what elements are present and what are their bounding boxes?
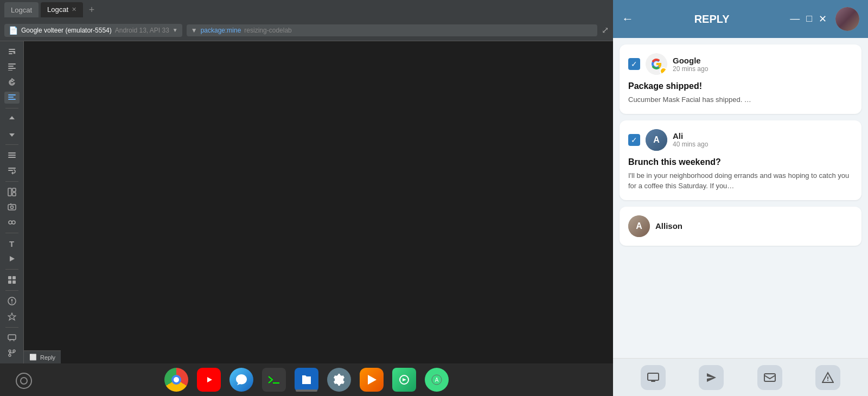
grid-button[interactable] — [4, 274, 20, 286]
svg-rect-4 — [8, 66, 14, 67]
svg-rect-13 — [8, 168, 16, 169]
svg-rect-1 — [9, 51, 15, 52]
ali-avatar: A — [646, 129, 667, 151]
format-button[interactable] — [4, 61, 20, 73]
svg-rect-16 — [12, 188, 16, 191]
svg-rect-2 — [9, 53, 12, 54]
taskbar-messages-icon[interactable] — [229, 368, 253, 392]
notification-list: ✓ — [613, 38, 868, 358]
svg-rect-8 — [8, 97, 14, 98]
toolbar: 📄 Google volteer (emulator-5554) Android… — [0, 20, 613, 41]
taskbar-youtube-icon[interactable] — [197, 368, 221, 392]
screenshot-button[interactable] — [4, 201, 20, 213]
checkbox-google[interactable]: ✓ — [628, 58, 640, 70]
filter-text: resizing-codelab — [244, 27, 291, 34]
close-panel-button[interactable]: ✕ — [819, 13, 827, 25]
notif-header-ali: ✓ A Ali 40 mins ago — [628, 129, 853, 151]
filter-area[interactable]: ▼ package:mine resizing-codelab — [187, 24, 597, 36]
t-button[interactable]: T — [4, 238, 20, 250]
taskbar-chrome-icon[interactable] — [164, 368, 188, 392]
svg-rect-25 — [8, 280, 11, 284]
tab-logcat-2[interactable]: Logcat ✕ — [41, 2, 83, 17]
device-api: Android 13, API 33 — [115, 27, 169, 34]
minimize-button[interactable]: — — [790, 13, 800, 25]
divider-1 — [5, 108, 18, 108]
clear-logs-button[interactable] — [4, 46, 20, 58]
action-mail-button[interactable] — [757, 365, 782, 390]
user-avatar — [835, 7, 859, 31]
branch-button[interactable] — [4, 347, 20, 359]
home-button-left[interactable] — [15, 372, 33, 392]
svg-rect-28 — [11, 299, 12, 302]
reload-button[interactable] — [4, 76, 20, 88]
google-sender-name: Google — [673, 56, 708, 65]
record-button[interactable] — [4, 216, 20, 228]
device-selector[interactable]: 📄 Google volteer (emulator-5554) Android… — [4, 24, 182, 37]
taskbar-settings-icon[interactable] — [327, 368, 351, 392]
log-level-button[interactable] — [4, 149, 20, 161]
dropdown-arrow-icon: ▼ — [173, 27, 178, 33]
taskbar-files-icon[interactable] — [295, 368, 318, 392]
plugin-button[interactable] — [4, 311, 20, 323]
allison-avatar: A — [628, 215, 650, 237]
chat-button[interactable] — [4, 332, 20, 344]
maximize-button[interactable]: □ — [806, 13, 812, 25]
run-button[interactable] — [4, 253, 20, 265]
svg-rect-20 — [10, 203, 11, 205]
action-alert-button[interactable] — [815, 365, 840, 390]
check-icon-google: ✓ — [631, 60, 637, 68]
panel-actions — [613, 358, 868, 396]
ali-notif-title: Brunch this weekend? — [628, 157, 853, 167]
home-indicator — [296, 389, 317, 392]
tab-logcat-1[interactable]: Logcat — [4, 2, 39, 17]
action-send-button[interactable] — [699, 365, 724, 390]
svg-point-21 — [9, 221, 12, 224]
svg-rect-23 — [8, 276, 11, 279]
scroll-down-button[interactable] — [4, 128, 20, 140]
divider-5 — [5, 269, 18, 270]
taskbar-androidstudio-icon[interactable] — [392, 368, 416, 392]
svg-marker-39 — [403, 378, 406, 381]
warning-button[interactable] — [4, 295, 20, 307]
notification-card-google[interactable]: ✓ — [620, 44, 861, 114]
google-time: 20 mins ago — [673, 65, 708, 73]
google-avatar — [646, 53, 667, 75]
svg-rect-17 — [12, 193, 16, 196]
ali-time: 40 mins ago — [673, 140, 708, 148]
notification-card-allison[interactable]: A Allison — [620, 207, 861, 246]
layout-button[interactable] — [4, 186, 20, 197]
svg-point-48 — [827, 380, 828, 381]
divider-6 — [5, 290, 18, 291]
scroll-up-button[interactable] — [4, 113, 20, 125]
ali-notif-body: I'll be in your neighborhood doing erran… — [628, 170, 853, 191]
svg-rect-18 — [8, 205, 16, 210]
filter-list-button[interactable] — [4, 92, 20, 104]
taskbar-android-icon[interactable]: A — [425, 368, 449, 392]
svg-rect-47 — [827, 376, 828, 379]
svg-rect-7 — [8, 94, 16, 95]
tab-add-button[interactable]: + — [85, 3, 98, 16]
tab-close-icon[interactable]: ✕ — [72, 6, 76, 13]
taskbar-playstore-icon[interactable] — [360, 368, 384, 392]
ali-sender-info: Ali 40 mins ago — [673, 131, 708, 148]
side-toolbar: T — [0, 41, 24, 363]
expand-button[interactable]: ⤢ — [602, 25, 609, 35]
checkbox-ali[interactable]: ✓ — [628, 134, 640, 146]
notification-card-ali[interactable]: ✓ A Ali 40 mins ago Brunch this weekend?… — [620, 120, 861, 200]
svg-rect-3 — [8, 63, 16, 65]
taskbar-terminal-icon[interactable] — [262, 368, 286, 392]
svg-point-32 — [9, 354, 11, 356]
reply-window-icon: ⬜ — [29, 354, 37, 361]
panel-title: REPLY — [634, 13, 790, 25]
filter-icon: ▼ — [191, 27, 197, 34]
back-button[interactable]: ← — [622, 12, 634, 26]
action-tv-button[interactable] — [641, 365, 666, 390]
android-taskbar: A — [0, 363, 613, 396]
panel-header: ← REPLY — □ ✕ — [613, 0, 868, 38]
notif-header-google: ✓ — [628, 53, 853, 75]
wrap-text-button[interactable] — [4, 164, 20, 176]
svg-point-31 — [9, 350, 11, 352]
svg-rect-43 — [648, 373, 659, 380]
svg-rect-11 — [8, 155, 16, 156]
ide-area: Logcat Logcat ✕ + 📄 Google volteer (emul… — [0, 0, 613, 396]
